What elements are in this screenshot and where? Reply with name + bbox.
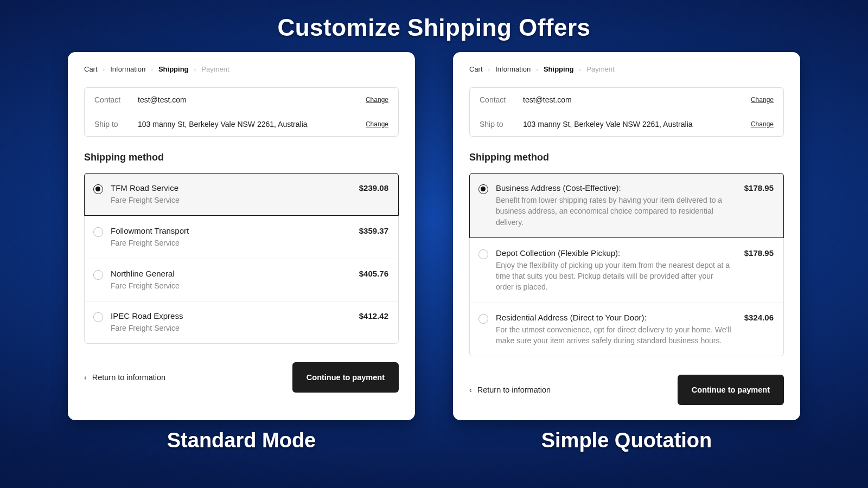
change-contact-link[interactable]: Change [751, 96, 774, 104]
radio-icon [478, 249, 488, 259]
shipping-option-title: Depot Collection (Flexible Pickup): [496, 248, 732, 258]
continue-to-payment-button[interactable]: Continue to payment [678, 375, 784, 405]
breadcrumb-payment: Payment [586, 65, 614, 73]
chevron-right-icon: › [536, 66, 538, 73]
contact-row: Contact test@test.com Change [85, 88, 398, 112]
shipping-option-title: TFM Road Service [111, 183, 347, 192]
return-to-information-link[interactable]: ‹ Return to information [469, 386, 551, 394]
shipping-option-subtitle: Fare Freight Service [111, 280, 347, 291]
chevron-left-icon: ‹ [469, 386, 472, 394]
shipping-option-price: $178.95 [744, 248, 774, 293]
chevron-right-icon: › [488, 66, 490, 73]
shipping-method-heading: Shipping method [469, 152, 784, 163]
change-contact-link[interactable]: Change [366, 96, 388, 104]
breadcrumb-cart[interactable]: Cart [469, 65, 483, 73]
shipping-option[interactable]: Residential Address (Direct to Your Door… [470, 303, 783, 356]
return-to-information-label: Return to information [477, 386, 551, 394]
chevron-left-icon: ‹ [84, 373, 87, 382]
radio-icon [93, 270, 103, 280]
ship-to-label: Ship to [94, 120, 138, 129]
chevron-right-icon: › [103, 66, 105, 73]
shipping-option-title: Residential Address (Direct to Your Door… [496, 313, 732, 322]
shipping-option[interactable]: Northline General Fare Freight Service $… [85, 259, 398, 301]
change-ship-to-link[interactable]: Change [366, 120, 388, 128]
radio-icon [93, 184, 103, 194]
card-standard-mode: Cart › Information › Shipping › Payment … [68, 52, 415, 420]
shipping-option[interactable]: IPEC Road Express Fare Freight Service $… [85, 301, 398, 343]
shipping-option-title: Followmont Transport [111, 226, 347, 235]
shipping-option-price: $324.06 [744, 313, 774, 346]
contact-label: Contact [94, 95, 138, 104]
contact-value: test@test.com [138, 95, 366, 104]
shipping-option-subtitle: Fare Freight Service [111, 323, 347, 333]
radio-icon [478, 314, 488, 324]
chevron-right-icon: › [194, 66, 196, 73]
shipping-options-list: Business Address (Cost-Effective): Benef… [469, 173, 784, 356]
caption-standard-mode: Standard Mode [68, 429, 415, 452]
change-ship-to-link[interactable]: Change [751, 120, 774, 128]
caption-simple-quotation: Simple Quotation [453, 429, 800, 452]
order-info-box: Contact test@test.com Change Ship to 103… [469, 87, 784, 137]
breadcrumb: Cart › Information › Shipping › Payment [469, 65, 784, 73]
ship-to-label: Ship to [480, 120, 523, 129]
return-to-information-label: Return to information [92, 373, 165, 382]
breadcrumb-cart[interactable]: Cart [84, 65, 98, 73]
chevron-right-icon: › [579, 66, 582, 73]
breadcrumb: Cart › Information › Shipping › Payment [84, 65, 399, 73]
ship-to-value: 103 manny St, Berkeley Vale NSW 2261, Au… [523, 120, 751, 129]
continue-to-payment-button[interactable]: Continue to payment [292, 362, 399, 393]
shipping-option[interactable]: TFM Road Service Fare Freight Service $2… [84, 173, 399, 216]
shipping-option-subtitle: Benefit from lower shipping rates by hav… [496, 195, 732, 228]
breadcrumb-information[interactable]: Information [110, 65, 145, 73]
shipping-option-title: Northline General [111, 269, 347, 278]
contact-value: test@test.com [523, 95, 751, 104]
radio-icon [478, 184, 488, 194]
return-to-information-link[interactable]: ‹ Return to information [84, 373, 165, 382]
breadcrumb-information[interactable]: Information [495, 65, 531, 73]
order-info-box: Contact test@test.com Change Ship to 103… [84, 87, 399, 137]
shipping-option-subtitle: For the utmost convenience, opt for dire… [496, 324, 732, 346]
shipping-option-subtitle: Fare Freight Service [111, 237, 347, 248]
ship-to-row: Ship to 103 manny St, Berkeley Vale NSW … [85, 112, 398, 136]
radio-icon [93, 312, 103, 322]
shipping-option-subtitle: Fare Freight Service [111, 195, 347, 206]
breadcrumb-shipping: Shipping [158, 65, 189, 73]
shipping-option[interactable]: Business Address (Cost-Effective): Benef… [469, 173, 784, 238]
shipping-option-price: $405.76 [359, 269, 388, 291]
ship-to-row: Ship to 103 manny St, Berkeley Vale NSW … [470, 112, 783, 136]
shipping-option[interactable]: Followmont Transport Fare Freight Servic… [85, 216, 398, 258]
shipping-method-heading: Shipping method [84, 152, 399, 163]
shipping-option-price: $178.95 [744, 183, 774, 228]
ship-to-value: 103 manny St, Berkeley Vale NSW 2261, Au… [138, 120, 366, 129]
shipping-option-price: $412.42 [359, 311, 388, 333]
breadcrumb-shipping: Shipping [544, 65, 574, 73]
radio-icon [93, 227, 103, 237]
shipping-options-list: TFM Road Service Fare Freight Service $2… [84, 173, 399, 344]
shipping-option-price: $239.08 [359, 183, 388, 206]
shipping-option-title: Business Address (Cost-Effective): [496, 183, 732, 192]
page-title: Customize Shipping Offers [277, 14, 590, 41]
shipping-option-title: IPEC Road Express [111, 311, 347, 320]
contact-row: Contact test@test.com Change [470, 88, 783, 112]
shipping-option-price: $359.37 [359, 226, 388, 248]
chevron-right-icon: › [151, 66, 153, 73]
breadcrumb-payment: Payment [201, 65, 229, 73]
shipping-option-subtitle: Enjoy the flexibility of picking up your… [496, 260, 732, 293]
shipping-option[interactable]: Depot Collection (Flexible Pickup): Enjo… [470, 238, 783, 303]
contact-label: Contact [480, 95, 523, 104]
card-simple-quotation: Cart › Information › Shipping › Payment … [453, 52, 800, 420]
